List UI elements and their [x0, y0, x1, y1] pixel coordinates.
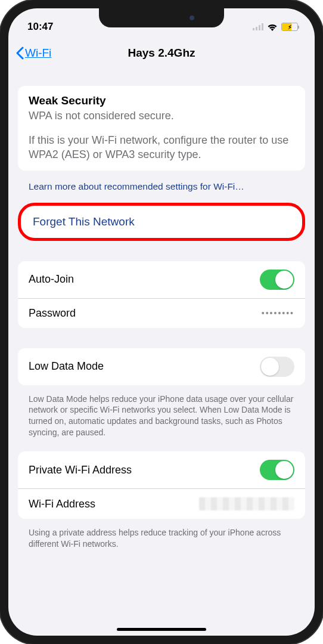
- weak-security-body: If this is your Wi-Fi network, configure…: [29, 133, 294, 162]
- low-data-label: Low Data Mode: [29, 360, 104, 373]
- weak-security-card: Weak Security WPA is not considered secu…: [18, 86, 305, 171]
- nav-header: Wi-Fi Hays 2.4Ghz: [8, 38, 315, 68]
- weak-security-title: Weak Security: [29, 94, 294, 107]
- back-button[interactable]: Wi-Fi: [15, 47, 51, 60]
- content: Weak Security WPA is not considered secu…: [8, 68, 315, 563]
- private-wifi-label: Private Wi-Fi Address: [29, 464, 132, 476]
- password-value: ••••••••: [262, 308, 294, 318]
- private-group: Private Wi-Fi Address Wi-Fi Address: [18, 451, 305, 519]
- password-label: Password: [29, 307, 76, 320]
- wifi-address-value: [199, 497, 294, 510]
- auto-join-row: Auto-Join: [18, 261, 305, 298]
- low-data-row: Low Data Mode: [18, 348, 305, 385]
- forget-network-button[interactable]: Forget This Network: [18, 203, 305, 241]
- auto-join-toggle[interactable]: [260, 270, 294, 290]
- screen: 10:47 ⚡︎: [8, 8, 315, 636]
- low-data-toggle[interactable]: [260, 357, 294, 377]
- chevron-left-icon: [15, 47, 24, 60]
- toggle-knob: [261, 358, 279, 376]
- weak-security-subtitle: WPA is not considered secure.: [29, 110, 294, 122]
- page-title: Hays 2.4Ghz: [128, 47, 195, 60]
- status-time: 10:47: [27, 21, 53, 33]
- svg-rect-0: [253, 28, 254, 30]
- private-wifi-description: Using a private address helps reduce tra…: [18, 524, 305, 563]
- wifi-address-row[interactable]: Wi-Fi Address: [18, 488, 305, 519]
- toggle-knob: [275, 461, 293, 479]
- password-row[interactable]: Password ••••••••: [18, 298, 305, 328]
- auto-join-label: Auto-Join: [29, 273, 74, 286]
- svg-rect-1: [256, 27, 257, 30]
- private-wifi-toggle[interactable]: [260, 460, 294, 480]
- svg-rect-3: [262, 23, 263, 30]
- battery-icon: ⚡︎: [281, 23, 298, 31]
- lowdata-group: Low Data Mode: [18, 348, 305, 385]
- autojoin-group: Auto-Join Password ••••••••: [18, 261, 305, 328]
- wifi-address-label: Wi-Fi Address: [29, 498, 95, 510]
- back-label: Wi-Fi: [25, 47, 51, 60]
- phone-frame: 10:47 ⚡︎: [0, 0, 323, 644]
- toggle-knob: [275, 271, 293, 289]
- private-wifi-row: Private Wi-Fi Address: [18, 451, 305, 488]
- learn-more-link[interactable]: Learn more about recommended settings fo…: [18, 177, 305, 203]
- status-right: ⚡︎: [253, 23, 298, 31]
- home-indicator[interactable]: [117, 628, 206, 631]
- cellular-icon: [253, 23, 263, 30]
- svg-rect-2: [259, 25, 260, 30]
- wifi-icon: [267, 23, 278, 31]
- forget-network-label: Forget This Network: [33, 215, 290, 228]
- notch: [99, 8, 224, 27]
- low-data-description: Low Data Mode helps reduce your iPhone d…: [18, 390, 305, 452]
